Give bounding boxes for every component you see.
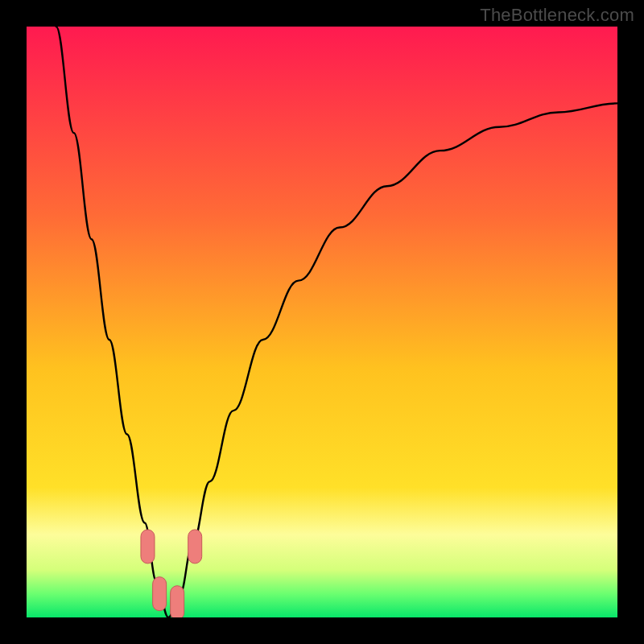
chart-frame: TheBottleneck.com [0,0,644,644]
plot-svg [27,27,617,617]
marker-pill [188,530,202,564]
marker-pill [141,530,155,564]
gradient-background [27,27,617,617]
watermark-text: TheBottleneck.com [480,5,634,26]
plot-area [27,27,617,617]
marker-pill [171,586,184,617]
marker-pill [153,577,167,611]
